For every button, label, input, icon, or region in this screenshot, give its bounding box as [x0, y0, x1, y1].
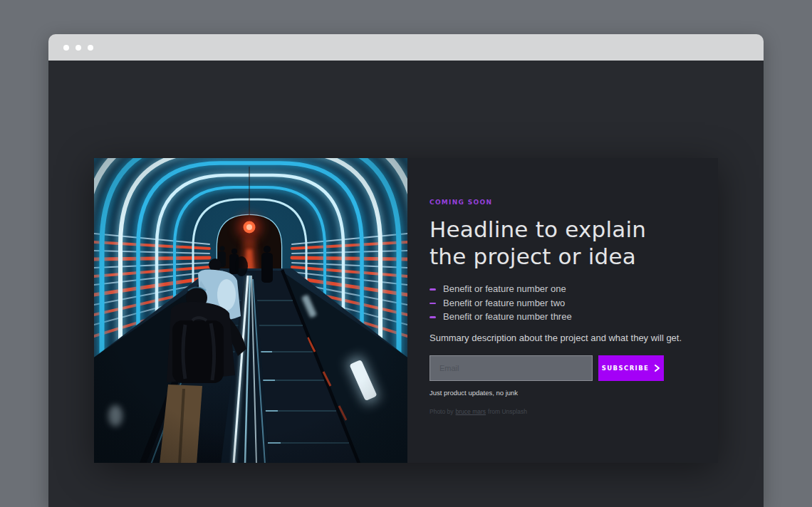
dash-bullet-icon — [430, 303, 436, 305]
benefit-item: Benefit or feature number two — [430, 299, 689, 308]
card-content: COMING SOON Headline to explain the proj… — [407, 158, 718, 463]
neon-tunnel-illustration — [94, 158, 407, 463]
window-control-dot[interactable] — [88, 45, 93, 51]
eyebrow-label: COMING SOON — [430, 199, 689, 206]
subscribe-button-label: SUBSCRIBE — [602, 365, 649, 372]
benefit-item: Benefit or feature number three — [430, 313, 689, 322]
benefit-label: Benefit or feature number three — [443, 313, 572, 322]
photo-credit-prefix: Photo by — [430, 408, 454, 415]
dash-bullet-icon — [430, 316, 436, 318]
chevron-right-icon — [654, 365, 660, 372]
email-input[interactable] — [430, 355, 593, 381]
photo-credit: Photo bybruce marsfrom Unsplash — [430, 408, 689, 415]
hero-photo — [94, 158, 407, 463]
browser-window: COMING SOON Headline to explain the proj… — [48, 34, 764, 507]
benefit-item: Benefit or feature number one — [430, 285, 689, 294]
summary-text: Summary description about the project an… — [430, 333, 689, 343]
benefit-label: Benefit or feature number two — [443, 299, 565, 308]
privacy-note: Just product updates, no junk — [430, 389, 689, 397]
window-control-dot[interactable] — [63, 45, 69, 51]
benefits-list: Benefit or feature number one Benefit or… — [430, 285, 689, 322]
coming-soon-card: COMING SOON Headline to explain the proj… — [94, 158, 718, 463]
dash-bullet-icon — [430, 288, 436, 291]
benefit-label: Benefit or feature number one — [443, 285, 566, 294]
photo-credit-link[interactable]: bruce mars — [456, 408, 486, 415]
subscribe-button[interactable]: SUBSCRIBE — [598, 355, 664, 381]
browser-titlebar — [48, 34, 764, 61]
photo-credit-suffix: from Unsplash — [488, 408, 527, 415]
headline-line-2: the project or idea — [430, 244, 636, 269]
desktop-background: COMING SOON Headline to explain the proj… — [0, 0, 812, 507]
subscribe-form: SUBSCRIBE — [430, 355, 689, 381]
window-control-dot[interactable] — [76, 45, 81, 51]
browser-viewport: COMING SOON Headline to explain the proj… — [48, 61, 764, 507]
headline-line-1: Headline to explain — [430, 216, 646, 242]
headline: Headline to explain the project or idea — [430, 216, 689, 270]
